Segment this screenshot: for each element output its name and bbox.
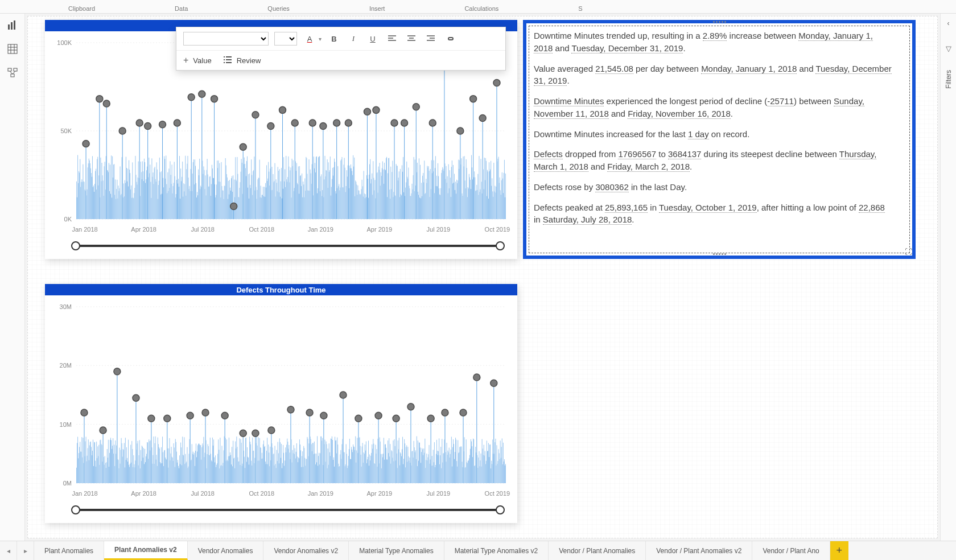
svg-rect-858	[108, 458, 108, 483]
svg-rect-973	[175, 439, 176, 483]
svg-rect-1467	[466, 439, 467, 483]
filters-label: Filters	[945, 70, 953, 89]
drag-grip-bottom[interactable]	[708, 253, 731, 258]
page-tab[interactable]: Plant Anomalies	[34, 541, 104, 560]
svg-rect-216	[187, 156, 188, 219]
svg-rect-177	[164, 159, 165, 219]
chart1-date-slider[interactable]	[76, 240, 500, 252]
svg-rect-241	[202, 160, 203, 219]
svg-rect-1306	[371, 453, 372, 483]
drag-grip-top[interactable]	[708, 21, 731, 26]
page-tab[interactable]: Vendor Anomalies	[188, 541, 264, 560]
link-button[interactable]	[443, 32, 457, 46]
svg-rect-925	[147, 442, 147, 483]
review-button[interactable]: Review	[223, 56, 261, 65]
svg-rect-1263	[346, 444, 347, 483]
report-view-icon[interactable]	[7, 19, 18, 31]
slider-handle-end[interactable]	[496, 241, 505, 250]
svg-rect-921	[145, 449, 145, 483]
slider-handle-end[interactable]	[496, 505, 505, 514]
svg-rect-1382	[416, 459, 417, 483]
expand-pane-icon[interactable]: ‹	[947, 19, 950, 27]
svg-rect-1381	[415, 450, 416, 483]
smart-narrative-visual[interactable]: Downtime Minutes trended up, resulting i…	[523, 20, 916, 259]
font-color-button[interactable]: A	[303, 32, 316, 46]
page-tab[interactable]: Vendor / Plant Anomalies v2	[646, 541, 752, 560]
svg-rect-543	[380, 186, 381, 219]
svg-rect-1133	[269, 466, 270, 483]
svg-rect-861	[109, 453, 110, 483]
slider-handle-start[interactable]	[71, 241, 80, 250]
page-tab[interactable]: Plant Anomalies v2	[104, 541, 188, 560]
svg-rect-210	[184, 191, 184, 219]
page-tab[interactable]: Material Type Anomalies v2	[444, 541, 549, 560]
svg-rect-989	[184, 464, 185, 483]
svg-rect-43	[86, 144, 86, 219]
chart-defects[interactable]: Defects Throughout Time 0M10M20M30MJan 2…	[45, 284, 517, 523]
chevron-down-icon[interactable]: ▾	[319, 36, 322, 42]
bold-button[interactable]: B	[327, 32, 341, 46]
tabs-scroll-left[interactable]: ◂	[0, 541, 17, 560]
page-tab[interactable]: Vendor / Plant Ano	[752, 541, 830, 560]
svg-rect-1372	[410, 463, 410, 483]
report-canvas[interactable]: 0K50K100KJan 2018Apr 2018Jul 2018Oct 201…	[27, 16, 938, 538]
svg-rect-621	[426, 179, 426, 219]
svg-text:Jan 2018: Jan 2018	[72, 490, 97, 497]
svg-rect-1340	[391, 450, 392, 483]
svg-rect-712	[479, 192, 480, 219]
svg-rect-846	[100, 440, 101, 483]
svg-rect-988	[184, 437, 184, 483]
svg-rect-1169	[290, 410, 291, 483]
focus-mode-icon[interactable]: ⛶	[903, 246, 913, 257]
add-page-button[interactable]: +	[830, 541, 848, 560]
svg-rect-809	[79, 453, 79, 483]
chart2-plot[interactable]: 0M10M20M30MJan 2018Apr 2018Jul 2018Oct 2…	[45, 295, 517, 500]
slider-handle-start[interactable]	[71, 505, 80, 514]
italic-button[interactable]: I	[347, 32, 360, 46]
svg-rect-1116	[259, 438, 260, 483]
align-right-button[interactable]	[424, 32, 438, 46]
svg-rect-276	[223, 191, 224, 219]
svg-rect-1058	[225, 438, 226, 483]
page-tab[interactable]: Vendor Anomalies v2	[263, 541, 349, 560]
svg-rect-1260	[344, 452, 345, 483]
align-center-button[interactable]	[405, 32, 418, 46]
svg-rect-1279	[355, 437, 356, 483]
text-format-toolbar[interactable]: A ▾ B I U + Value Review	[176, 27, 506, 71]
svg-rect-1326	[383, 454, 384, 483]
svg-rect-89	[113, 178, 113, 219]
svg-rect-1349	[397, 454, 397, 483]
font-size-select[interactable]	[274, 32, 297, 46]
page-tab[interactable]: Vendor / Plant Anomalies	[549, 541, 646, 560]
svg-rect-171	[161, 171, 162, 219]
chart2-date-slider[interactable]	[76, 504, 500, 516]
narrative-text-area[interactable]: Downtime Minutes trended up, resulting i…	[529, 26, 910, 253]
svg-rect-872	[116, 454, 116, 483]
svg-rect-106	[123, 197, 123, 219]
add-value-button[interactable]: + Value	[183, 55, 212, 65]
page-tab[interactable]: Material Type Anomalies	[349, 541, 444, 560]
svg-rect-1387	[419, 442, 419, 483]
svg-rect-139	[142, 161, 143, 219]
svg-rect-534	[374, 180, 375, 219]
svg-rect-423	[310, 191, 310, 219]
align-left-button[interactable]	[385, 32, 399, 46]
data-view-icon[interactable]	[7, 43, 18, 55]
underline-button[interactable]: U	[366, 32, 380, 46]
svg-rect-1106	[253, 451, 254, 483]
svg-rect-1277	[354, 447, 355, 483]
svg-rect-1052	[221, 446, 222, 483]
svg-rect-966	[171, 447, 172, 483]
svg-rect-1098	[249, 464, 249, 483]
font-family-select[interactable]	[183, 32, 269, 46]
svg-rect-530	[372, 195, 373, 219]
svg-rect-80	[108, 171, 108, 219]
svg-rect-891	[127, 458, 127, 483]
svg-rect-1523	[499, 453, 500, 483]
model-view-icon[interactable]	[7, 67, 18, 79]
svg-rect-1489	[479, 451, 479, 483]
svg-rect-977	[178, 460, 178, 483]
tabs-scroll-right[interactable]: ▸	[17, 541, 34, 560]
svg-rect-1404	[429, 445, 430, 483]
filters-pane-collapsed[interactable]: ‹ ▽ Filters	[940, 14, 956, 541]
